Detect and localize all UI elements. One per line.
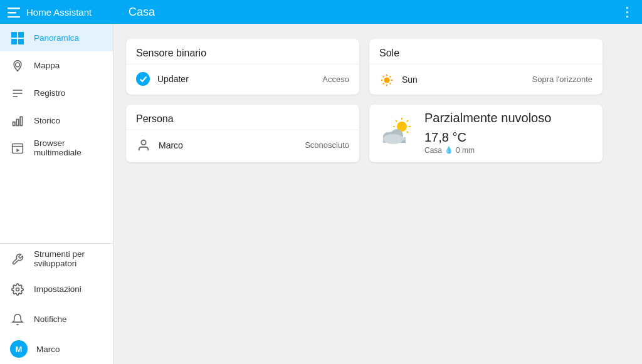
topbar: Home Assistant Casa ⋮ [0,0,642,24]
sun-status: Sopra l'orizzonte [532,75,592,84]
notifiche-icon [10,312,25,325]
main-layout: Panoramica Mappa [0,24,642,364]
sidebar-item-panoramica[interactable]: Panoramica [0,24,113,51]
weather-sub: Casa 💧 0 mm [424,146,592,155]
svg-rect-0 [8,8,20,9]
svg-rect-3 [11,32,17,38]
mappa-label: Mappa [34,61,60,70]
sidebar-bottom: Strumenti per sviluppatori Impostazioni [0,243,113,364]
sidebar: Panoramica Mappa [0,24,113,364]
updater-row[interactable]: Updater Acceso [126,65,359,93]
sidebar-item-registro[interactable]: Registro [0,79,113,107]
impostazioni-icon [10,282,25,295]
sidebar-item-impostazioni[interactable]: Impostazioni [0,274,113,304]
updater-status: Acceso [322,75,349,84]
card-sensore-binario: Sensore binario Updater Acceso [126,39,359,95]
sidebar-nav: Panoramica Mappa [0,24,113,162]
svg-line-35 [407,132,408,133]
svg-line-24 [390,83,391,84]
person-icon [136,138,151,153]
svg-rect-11 [13,122,15,125]
cards-grid: Sensore binario Updater Acceso Sole [126,39,603,162]
storico-label: Storico [34,116,60,125]
topbar-left: Home Assistant [8,6,121,19]
sidebar-item-mappa[interactable]: Mappa [0,51,113,79]
svg-rect-12 [16,119,18,125]
panoramica-icon [10,31,25,44]
svg-line-25 [383,83,384,84]
sidebar-item-storico[interactable]: Storico [0,107,113,134]
strumenti-label: Strumenti per sviluppatori [34,249,103,268]
impostazioni-label: Impostazioni [34,284,82,294]
weather-condition: Parzialmente nuvoloso [424,111,551,125]
card-persona: Persona Marco Sconosciuto [126,105,359,162]
svg-rect-2 [8,16,20,18]
avatar: M [10,340,28,358]
svg-point-42 [383,134,403,144]
svg-point-27 [141,140,145,145]
sidebar-item-notifiche[interactable]: Notifiche [0,304,113,334]
app-title: Home Assistant [26,7,92,18]
svg-line-36 [396,120,397,122]
weather-precip-icon: 💧 [445,146,453,154]
strumenti-icon [10,252,25,265]
marco-persona-row[interactable]: Marco Sconosciuto [126,130,359,160]
card-meteo: Parzialmente nuvoloso 17,8 °C Casa 💧 0 m… [369,105,603,162]
svg-line-23 [383,76,384,77]
panoramica-label: Panoramica [34,33,79,43]
marco-persona-status: Sconosciuto [305,140,349,150]
browser-multimediale-label: Browser multimediale [34,138,103,157]
sun-icon [379,72,394,87]
svg-point-17 [16,288,19,291]
sun-label: Sun [402,75,525,85]
sun-row[interactable]: Sun Sopra l'orizzonte [369,65,603,95]
svg-marker-16 [16,148,19,152]
svg-rect-1 [8,12,16,14]
content-area: Sensore binario Updater Acceso Sole [113,24,642,364]
menu-icon[interactable] [8,6,20,19]
sidebar-item-marco[interactable]: M Marco [0,334,113,364]
sidebar-item-strumenti[interactable]: Strumenti per sviluppatori [0,244,113,274]
svg-line-26 [390,76,391,77]
svg-point-18 [384,77,389,83]
svg-rect-13 [20,117,22,125]
mappa-icon [10,58,25,71]
page-title: Casa [121,6,621,19]
svg-rect-5 [11,39,17,44]
weather-temperature: 17,8 °C [424,130,466,145]
registro-label: Registro [34,88,65,98]
weather-main[interactable]: Parzialmente nuvoloso 17,8 °C Casa 💧 0 m… [369,105,603,162]
more-options-icon[interactable]: ⋮ [621,4,634,19]
svg-rect-6 [18,39,24,44]
sidebar-item-browser-multimediale[interactable]: Browser multimediale [0,134,113,162]
sole-title: Sole [369,39,603,65]
card-sole: Sole [369,39,603,95]
svg-rect-4 [18,32,24,38]
weather-precipitation: 0 mm [456,146,475,155]
topbar-right: ⋮ [621,4,634,19]
weather-icon [379,115,414,150]
persona-title: Persona [126,105,359,130]
updater-label: Updater [157,74,315,84]
browser-icon [10,141,25,154]
notifiche-label: Notifiche [34,315,67,324]
svg-rect-14 [13,143,23,153]
registro-icon [10,86,25,99]
check-circle-icon [136,72,150,86]
marco-persona-label: Marco [159,140,297,150]
storico-icon [10,113,25,127]
svg-line-33 [407,120,408,122]
weather-text: Parzialmente nuvoloso 17,8 °C Casa 💧 0 m… [424,111,592,155]
marco-label: Marco [36,345,60,354]
svg-point-7 [16,63,20,67]
weather-location: Casa [424,146,442,155]
sensore-binario-title: Sensore binario [126,39,359,65]
